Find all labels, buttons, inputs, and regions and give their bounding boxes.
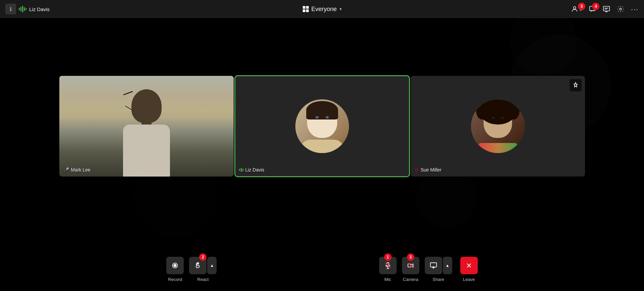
record-label: Record bbox=[168, 277, 182, 282]
chat-button[interactable]: 4 bbox=[589, 5, 596, 13]
participants-badge: 5 bbox=[578, 3, 585, 10]
mic-label: Mic bbox=[385, 277, 391, 282]
liz-audio-waves bbox=[239, 167, 243, 173]
toolbar-group-mic: 1 Mic bbox=[379, 257, 397, 282]
record-button[interactable] bbox=[166, 257, 184, 274]
audio-waves bbox=[19, 6, 26, 12]
svg-rect-2 bbox=[603, 6, 609, 11]
toolbar: Record 2 ▲ React 1 bbox=[0, 247, 644, 291]
record-icon bbox=[171, 262, 179, 269]
share-label: Share bbox=[432, 277, 444, 282]
name-liz-davis: Liz Davis bbox=[245, 167, 265, 173]
more-options-button[interactable]: ··· bbox=[631, 5, 639, 13]
ellipsis-icon: ··· bbox=[631, 5, 639, 13]
participant-name-mark-lee: 🎤 Mark Lee bbox=[63, 167, 91, 173]
camera-btn-row: 3 bbox=[402, 257, 419, 274]
whiteboard-icon bbox=[603, 5, 610, 13]
mic-muted-icon bbox=[384, 262, 392, 269]
participants-button[interactable]: 3 5 bbox=[571, 5, 582, 13]
everyone-button[interactable]: Everyone ▾ bbox=[302, 6, 341, 13]
grid-icon bbox=[302, 6, 308, 12]
mic-btn-row: 1 bbox=[379, 257, 397, 274]
leave-icon bbox=[465, 262, 473, 269]
react-label: React bbox=[197, 277, 209, 282]
header-right: 3 5 4 ··· bbox=[571, 5, 639, 13]
pin-button-sue-miller[interactable] bbox=[570, 79, 582, 91]
video-tile-sue-miller: ⊘ Sue Miller bbox=[411, 76, 585, 177]
toolbar-group-share: ▲ Share bbox=[425, 257, 452, 282]
chat-badge: 4 bbox=[592, 3, 599, 10]
person-icon bbox=[571, 5, 578, 13]
chevron-up-icon: ▲ bbox=[210, 263, 214, 268]
header: ℹ Liz Davis Everyone ▾ 3 5 bbox=[0, 0, 644, 18]
svg-line-8 bbox=[408, 262, 413, 268]
current-user-name: Liz Davis bbox=[29, 6, 50, 12]
settings-button[interactable] bbox=[617, 5, 624, 13]
share-btn-row: ▲ bbox=[425, 257, 452, 274]
record-btn-row bbox=[166, 257, 184, 274]
camera-badge: 3 bbox=[407, 253, 414, 261]
info-icon[interactable]: ℹ bbox=[5, 4, 16, 14]
chevron-down-icon: ▾ bbox=[340, 7, 342, 11]
video-grid: 🎤 Mark Lee bbox=[0, 18, 644, 234]
participant-name-liz-davis: Liz Davis bbox=[239, 167, 265, 173]
name-sue-miller: Sue Miller bbox=[421, 167, 442, 173]
camera-off-icon bbox=[407, 262, 414, 269]
everyone-label: Everyone bbox=[311, 6, 337, 13]
leave-button[interactable] bbox=[460, 257, 478, 274]
share-chevron-up-icon: ▲ bbox=[446, 263, 450, 268]
whiteboard-button[interactable] bbox=[603, 5, 610, 13]
toolbar-group-leave: Leave bbox=[460, 257, 478, 282]
mute-icon-sue-miller: ⊘ bbox=[415, 167, 419, 173]
header-left: ℹ Liz Davis bbox=[5, 4, 50, 14]
mic-badge: 1 bbox=[384, 253, 392, 261]
video-tile-mark-lee: 🎤 Mark Lee bbox=[59, 76, 234, 177]
share-button[interactable] bbox=[425, 257, 442, 274]
camera-label: Camera bbox=[403, 277, 418, 282]
toolbar-group-react: 2 ▲ React bbox=[189, 257, 217, 282]
share-icon bbox=[430, 262, 437, 269]
participant-name-sue-miller: ⊘ Sue Miller bbox=[415, 167, 442, 173]
video-tile-liz-davis: Liz Davis bbox=[235, 76, 409, 177]
pin-icon bbox=[572, 82, 579, 89]
react-badge: 2 bbox=[199, 253, 207, 261]
header-center: Everyone ▾ bbox=[302, 6, 341, 13]
react-icon bbox=[194, 262, 201, 269]
toolbar-group-record: Record bbox=[166, 257, 184, 282]
avatar-sue-miller bbox=[471, 99, 525, 153]
leave-btn-row bbox=[460, 257, 478, 274]
svg-point-5 bbox=[174, 264, 176, 266]
svg-point-3 bbox=[620, 8, 622, 10]
toolbar-group-camera: 3 Camera bbox=[402, 257, 419, 282]
mute-icon-mark-lee: 🎤 bbox=[63, 167, 69, 173]
react-expand-button[interactable]: ▲ bbox=[207, 257, 217, 274]
react-btn-row: 2 ▲ bbox=[189, 257, 217, 274]
leave-label: Leave bbox=[463, 277, 475, 282]
avatar-liz-davis bbox=[295, 99, 349, 153]
share-expand-button[interactable]: ▲ bbox=[443, 257, 452, 274]
svg-point-0 bbox=[573, 7, 576, 9]
name-mark-lee: Mark Lee bbox=[71, 167, 91, 173]
settings-icon bbox=[617, 5, 624, 13]
